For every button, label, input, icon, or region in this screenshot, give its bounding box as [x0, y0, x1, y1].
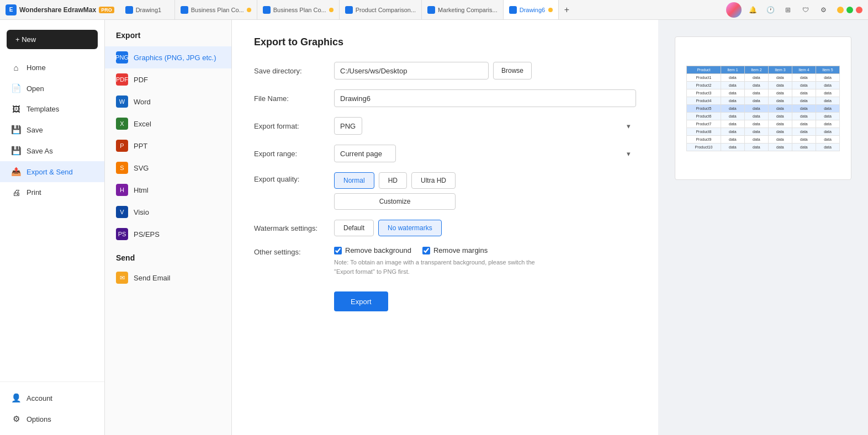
pdf-icon: PDF — [116, 73, 128, 86]
export-item-pseps[interactable]: PS PS/EPS — [105, 223, 231, 245]
open-icon: 📄 — [11, 83, 21, 93]
remove-background-checkbox[interactable]: Remove background — [334, 246, 411, 254]
export-item-word[interactable]: W Word — [105, 91, 231, 113]
preview-box: Product Item 1 Item 2 Item 3 Item 4 Item… — [675, 36, 851, 180]
templates-icon: 🖼 — [11, 104, 21, 114]
titlebar-controls: 🔔 🕐 ⊞ 🛡 ⚙ — [726, 2, 868, 18]
watermark-control: Default No watermarks — [334, 220, 636, 236]
export-item-pdf[interactable]: PDF PDF — [105, 68, 231, 91]
tab-marketing-comparison[interactable]: Marketing Comparis... — [422, 0, 504, 19]
quality-ultra-hd-button[interactable]: Ultra HD — [411, 172, 456, 189]
export-icon: 📤 — [11, 167, 21, 177]
tab-business-plan-2[interactable]: Business Plan Co... — [257, 0, 340, 19]
tab-business-plan-1[interactable]: Business Plan Co... — [175, 0, 257, 19]
file-name-control — [334, 89, 636, 107]
export-range-select[interactable]: Current page All pages Selected pages — [334, 145, 396, 162]
sidebar-item-export-send[interactable]: 📤 Export & Send — [0, 161, 104, 182]
account-icon: 👤 — [11, 393, 21, 403]
export-section-title: Export — [105, 31, 231, 46]
grid-icon[interactable]: ⊞ — [781, 3, 795, 17]
notification-bell[interactable]: 🔔 — [746, 3, 759, 17]
remove-margins-input[interactable] — [422, 247, 430, 254]
file-name-row: File Name: — [254, 89, 636, 107]
other-settings-row: Other settings: Remove background Remove… — [254, 246, 636, 276]
main-content: Export to Graphics Save directory: Brows… — [232, 20, 658, 435]
sidebar-item-save[interactable]: 💾 Save — [0, 119, 104, 140]
pro-badge: PRO — [99, 7, 114, 13]
window-controls — [837, 7, 862, 13]
word-icon: W — [116, 96, 128, 108]
remove-margins-checkbox[interactable]: Remove margins — [422, 246, 488, 254]
maximize-button[interactable] — [846, 7, 853, 13]
close-button[interactable] — [856, 7, 862, 13]
export-panel: Export PNG Graphics (PNG, JPG etc.) PDF … — [105, 20, 232, 435]
settings-icon[interactable]: ⚙ — [817, 3, 830, 17]
export-item-graphics[interactable]: PNG Graphics (PNG, JPG etc.) — [105, 46, 231, 68]
export-item-excel[interactable]: X Excel — [105, 113, 231, 135]
email-icon: ✉ — [116, 272, 128, 284]
watermark-group: Default No watermarks — [334, 220, 442, 236]
save-directory-control: Browse — [334, 62, 636, 79]
add-tab-button[interactable]: + — [559, 5, 575, 15]
export-item-html[interactable]: H Html — [105, 179, 231, 201]
sidebar-item-account[interactable]: 👤 Account — [0, 388, 104, 409]
clock-icon[interactable]: 🕐 — [764, 3, 777, 17]
new-button[interactable]: + New — [7, 30, 98, 49]
browse-button[interactable]: Browse — [493, 62, 532, 79]
export-item-send-email[interactable]: ✉ Send Email — [105, 267, 231, 289]
tabs-bar: Drawing1 Business Plan Co... Business Pl… — [120, 0, 726, 19]
shield-icon[interactable]: 🛡 — [799, 3, 812, 17]
watermark-none-button[interactable]: No watermarks — [378, 220, 442, 236]
file-name-input[interactable] — [334, 89, 636, 107]
user-avatar[interactable] — [726, 2, 742, 18]
quality-section: Normal HD Ultra HD Customize — [334, 172, 456, 210]
export-item-svg[interactable]: S SVG — [105, 157, 231, 179]
sidebar-item-options[interactable]: ⚙ Options — [0, 409, 104, 429]
sidebar-item-save-as[interactable]: 💾 Save As — [0, 140, 104, 161]
export-range-row: Export range: Current page All pages Sel… — [254, 145, 636, 162]
checkbox-group: Remove background Remove margins — [334, 246, 544, 254]
sidebar-item-home[interactable]: ⌂ Home — [0, 57, 104, 78]
other-settings-control: Remove background Remove margins Note: T… — [334, 246, 636, 276]
app-logo: E Wondershare EdrawMax PRO — [0, 4, 120, 15]
watermark-default-button[interactable]: Default — [334, 220, 374, 236]
save-directory-label: Save directory: — [254, 67, 326, 75]
visio-icon: V — [116, 206, 128, 218]
pseps-icon: PS — [116, 228, 128, 240]
sidebar-item-open[interactable]: 📄 Open — [0, 78, 104, 99]
quality-normal-button[interactable]: Normal — [334, 172, 374, 189]
export-range-control: Current page All pages Selected pages — [334, 145, 636, 162]
export-quality-row: Export quality: Normal HD Ultra HD Custo… — [254, 172, 636, 210]
home-icon: ⌂ — [11, 63, 21, 72]
tab-product-comparison[interactable]: Product Comparison... — [340, 0, 422, 19]
quality-hd-button[interactable]: HD — [379, 172, 407, 189]
export-button-container: Export — [334, 286, 636, 311]
export-item-ppt[interactable]: P PPT — [105, 135, 231, 157]
app-body: + New ⌂ Home 📄 Open 🖼 Templates 💾 Save 💾… — [0, 20, 868, 435]
sidebar-bottom: 👤 Account ⚙ Options — [0, 381, 104, 429]
print-icon: 🖨 — [11, 188, 21, 197]
export-format-label: Export format: — [254, 122, 326, 130]
sidebar-item-print[interactable]: 🖨 Print — [0, 182, 104, 203]
export-button[interactable]: Export — [334, 291, 388, 311]
tab-drawing1[interactable]: Drawing1 — [120, 0, 175, 19]
options-icon: ⚙ — [11, 414, 21, 424]
save-directory-input[interactable] — [334, 62, 489, 79]
minimize-button[interactable] — [837, 7, 844, 13]
quality-group: Normal HD Ultra HD — [334, 172, 456, 189]
app-name: Wondershare EdrawMax — [19, 6, 96, 14]
save-as-icon: 💾 — [11, 146, 21, 156]
tab-drawing6[interactable]: Drawing6 — [504, 0, 559, 19]
remove-background-input[interactable] — [334, 247, 342, 254]
export-format-select[interactable]: PNG JPG BMP TIFF GIF — [334, 117, 362, 135]
app-icon: E — [6, 4, 17, 15]
export-item-visio[interactable]: V Visio — [105, 201, 231, 223]
html-icon: H — [116, 184, 128, 196]
sidebar: + New ⌂ Home 📄 Open 🖼 Templates 💾 Save 💾… — [0, 20, 105, 435]
watermark-row: Watermark settings: Default No watermark… — [254, 220, 636, 236]
export-quality-control: Normal HD Ultra HD Customize — [334, 172, 636, 210]
send-section-title: Send — [105, 245, 231, 267]
save-directory-row: Save directory: Browse — [254, 62, 636, 79]
sidebar-item-templates[interactable]: 🖼 Templates — [0, 99, 104, 119]
customize-button[interactable]: Customize — [334, 193, 456, 210]
